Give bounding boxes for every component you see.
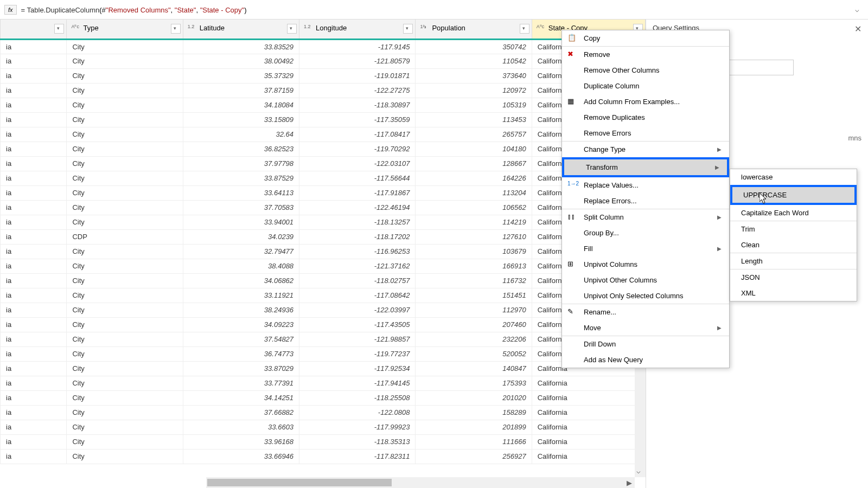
table-row[interactable]: iaCity33.64113-117.91867113204Californ [1,185,646,200]
menu-transform[interactable]: Transform▶ [564,159,727,175]
cell-population[interactable]: 140847 [416,361,532,376]
cell-population[interactable]: 110542 [416,54,532,68]
cell-population[interactable]: 175393 [416,376,532,390]
menu-move[interactable]: Move▶ [562,320,729,336]
cell-population[interactable]: 112970 [416,303,532,317]
cell-state[interactable]: ia [1,361,67,376]
table-row[interactable]: iaCDP34.0239-118.17202127610Californ [1,229,646,244]
cell-state[interactable]: ia [1,200,67,215]
cell-state[interactable]: ia [1,185,67,200]
cell-population[interactable]: 113204 [416,185,532,200]
scroll-right-icon[interactable]: ▶ [624,479,635,487]
column-header-partial[interactable] [1,20,67,39]
cell-type[interactable]: City [67,420,183,434]
cell-population[interactable]: 164226 [416,171,532,185]
cell-population[interactable]: 158289 [416,405,532,420]
cell-state-copy[interactable]: California [532,376,645,390]
cell-type[interactable]: City [67,288,183,303]
cell-latitude[interactable]: 34.14251 [183,390,299,405]
cell-population[interactable]: 127610 [416,229,532,244]
cell-population[interactable]: 114219 [416,215,532,229]
cell-type[interactable]: City [67,317,183,332]
cell-type[interactable]: City [67,156,183,171]
cell-type[interactable]: CDP [67,229,183,244]
table-row[interactable]: iaCity37.54827-121.98857232206Californ [1,332,646,346]
table-row[interactable]: iaCity37.87159-122.27275120972Californ [1,83,646,98]
cell-population[interactable]: 201899 [416,420,532,434]
cell-type[interactable]: City [67,303,183,317]
menu-split[interactable]: ⫿⫿Split Column▶ [562,209,729,225]
cell-state[interactable]: ia [1,142,67,156]
cell-state-copy[interactable]: California [532,405,645,420]
table-row[interactable]: iaCity34.06862-118.02757116732Californ [1,273,646,288]
cell-longitude[interactable]: -118.35313 [299,434,416,449]
cell-state-copy[interactable]: California [532,390,645,405]
menu-drill[interactable]: Drill Down [562,336,729,352]
cell-state[interactable]: ia [1,420,67,434]
menu-unpivot[interactable]: ⊞Unpivot Columns [562,256,729,272]
cell-latitude[interactable]: 33.87529 [183,171,299,185]
cell-population[interactable]: 256927 [416,449,532,464]
cell-latitude[interactable]: 34.18084 [183,98,299,112]
cell-type[interactable]: City [67,98,183,112]
column-header-latitude[interactable]: 1.2Latitude [183,20,299,39]
cell-longitude[interactable]: -117.91867 [299,185,416,200]
menu-add-query[interactable]: Add as New Query [562,352,729,368]
column-header-population[interactable]: 1²₃Population [416,20,532,39]
menu-remove[interactable]: ✖Remove [562,46,729,62]
cell-latitude[interactable]: 37.97798 [183,156,299,171]
cell-state[interactable]: ia [1,303,67,317]
table-row[interactable]: iaCity33.96168-118.35313111666California [1,434,646,449]
cell-longitude[interactable]: -122.27275 [299,83,416,98]
cell-latitude[interactable]: 36.74773 [183,346,299,361]
table-row[interactable]: iaCity33.87529-117.56644164226Californ [1,171,646,185]
table-row[interactable]: iaCity37.97798-122.03107128667Californ [1,156,646,171]
submenu-clean[interactable]: Clean [730,237,857,253]
cell-longitude[interactable]: -117.56644 [299,171,416,185]
cell-population[interactable]: 232206 [416,332,532,346]
cell-latitude[interactable]: 37.87159 [183,83,299,98]
cell-type[interactable]: City [67,68,183,83]
cell-state[interactable]: ia [1,434,67,449]
cell-longitude[interactable]: -118.17202 [299,229,416,244]
menu-remove-err[interactable]: Remove Errors [562,125,729,141]
cell-population[interactable]: 207460 [416,317,532,332]
menu-duplicate[interactable]: Duplicate Column [562,78,729,94]
cell-longitude[interactable]: -116.96253 [299,244,416,259]
cell-longitude[interactable]: -122.46194 [299,200,416,215]
cell-longitude[interactable]: -119.01871 [299,68,416,83]
table-row[interactable]: iaCity32.79477-116.96253103679Californ [1,244,646,259]
table-row[interactable]: iaCity37.70583-122.46194106562Californ [1,200,646,215]
cell-latitude[interactable]: 38.00492 [183,54,299,68]
cell-type[interactable]: City [67,112,183,127]
cell-state[interactable]: ia [1,273,67,288]
cell-latitude[interactable]: 36.82523 [183,142,299,156]
menu-remove-other[interactable]: Remove Other Columns [562,62,729,78]
column-filter-icon[interactable] [520,24,529,34]
cell-longitude[interactable]: -117.92534 [299,361,416,376]
column-filter-icon[interactable] [287,24,297,34]
table-row[interactable]: iaCity34.14251-118.25508201020California [1,390,646,405]
cell-longitude[interactable]: -121.37162 [299,259,416,273]
table-row[interactable]: iaCity38.24936-122.03997112970Californ [1,303,646,317]
cell-longitude[interactable]: -117.99923 [299,420,416,434]
cell-population[interactable]: 350742 [416,39,532,54]
cell-latitude[interactable]: 33.77391 [183,376,299,390]
scroll-down-icon[interactable]: ⌵ [636,467,641,475]
cell-type[interactable]: City [67,171,183,185]
cell-longitude[interactable]: -117.35059 [299,112,416,127]
cell-latitude[interactable]: 38.24936 [183,303,299,317]
cell-type[interactable]: City [67,405,183,420]
close-icon[interactable]: ✕ [854,24,861,34]
table-row[interactable]: iaCity33.66946-117.82311256927California [1,449,646,464]
formula-dropdown-icon[interactable]: ⌵ [851,4,864,15]
cell-type[interactable]: City [67,83,183,98]
horizontal-scrollbar[interactable]: ▶ [206,477,635,488]
column-header-type[interactable]: AᴮcType [67,20,183,39]
submenu-lowercase[interactable]: lowercase [730,169,857,185]
table-row[interactable]: iaCity33.83529-117.9145350742Californ [1,39,646,54]
cell-type[interactable]: City [67,200,183,215]
submenu-uppercase[interactable]: UPPERCASE [732,187,854,203]
cell-state[interactable]: ia [1,244,67,259]
cell-longitude[interactable]: -117.08642 [299,288,416,303]
